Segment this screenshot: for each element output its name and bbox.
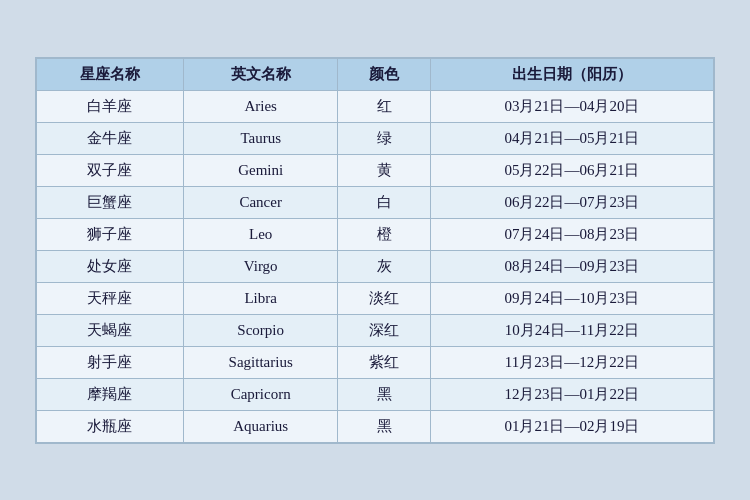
- cell-9-0: 摩羯座: [37, 378, 184, 410]
- cell-2-0: 双子座: [37, 154, 184, 186]
- table-row: 水瓶座Aquarius黑01月21日—02月19日: [37, 410, 714, 442]
- zodiac-table: 星座名称英文名称颜色出生日期（阳历） 白羊座Aries红03月21日—04月20…: [36, 58, 714, 443]
- cell-1-0: 金牛座: [37, 122, 184, 154]
- header-col-3: 出生日期（阳历）: [430, 58, 713, 90]
- cell-0-0: 白羊座: [37, 90, 184, 122]
- cell-1-2: 绿: [338, 122, 431, 154]
- header-col-0: 星座名称: [37, 58, 184, 90]
- table-row: 射手座Sagittarius紫红11月23日—12月22日: [37, 346, 714, 378]
- cell-2-2: 黄: [338, 154, 431, 186]
- cell-8-1: Sagittarius: [183, 346, 338, 378]
- cell-5-3: 08月24日—09月23日: [430, 250, 713, 282]
- zodiac-table-container: 星座名称英文名称颜色出生日期（阳历） 白羊座Aries红03月21日—04月20…: [35, 57, 715, 444]
- cell-4-3: 07月24日—08月23日: [430, 218, 713, 250]
- cell-5-1: Virgo: [183, 250, 338, 282]
- cell-9-3: 12月23日—01月22日: [430, 378, 713, 410]
- cell-4-2: 橙: [338, 218, 431, 250]
- cell-3-3: 06月22日—07月23日: [430, 186, 713, 218]
- cell-5-0: 处女座: [37, 250, 184, 282]
- cell-1-1: Taurus: [183, 122, 338, 154]
- cell-3-1: Cancer: [183, 186, 338, 218]
- table-row: 金牛座Taurus绿04月21日—05月21日: [37, 122, 714, 154]
- cell-0-1: Aries: [183, 90, 338, 122]
- cell-8-3: 11月23日—12月22日: [430, 346, 713, 378]
- cell-7-1: Scorpio: [183, 314, 338, 346]
- cell-9-1: Capricorn: [183, 378, 338, 410]
- cell-6-0: 天秤座: [37, 282, 184, 314]
- cell-6-3: 09月24日—10月23日: [430, 282, 713, 314]
- header-col-1: 英文名称: [183, 58, 338, 90]
- cell-3-2: 白: [338, 186, 431, 218]
- cell-10-1: Aquarius: [183, 410, 338, 442]
- table-row: 双子座Gemini黄05月22日—06月21日: [37, 154, 714, 186]
- table-row: 狮子座Leo橙07月24日—08月23日: [37, 218, 714, 250]
- table-row: 巨蟹座Cancer白06月22日—07月23日: [37, 186, 714, 218]
- table-row: 摩羯座Capricorn黑12月23日—01月22日: [37, 378, 714, 410]
- cell-2-3: 05月22日—06月21日: [430, 154, 713, 186]
- cell-1-3: 04月21日—05月21日: [430, 122, 713, 154]
- cell-4-1: Leo: [183, 218, 338, 250]
- cell-0-3: 03月21日—04月20日: [430, 90, 713, 122]
- cell-7-0: 天蝎座: [37, 314, 184, 346]
- cell-6-2: 淡红: [338, 282, 431, 314]
- cell-10-0: 水瓶座: [37, 410, 184, 442]
- cell-4-0: 狮子座: [37, 218, 184, 250]
- cell-3-0: 巨蟹座: [37, 186, 184, 218]
- table-row: 处女座Virgo灰08月24日—09月23日: [37, 250, 714, 282]
- cell-9-2: 黑: [338, 378, 431, 410]
- cell-0-2: 红: [338, 90, 431, 122]
- table-row: 天蝎座Scorpio深红10月24日—11月22日: [37, 314, 714, 346]
- cell-7-3: 10月24日—11月22日: [430, 314, 713, 346]
- cell-7-2: 深红: [338, 314, 431, 346]
- table-header-row: 星座名称英文名称颜色出生日期（阳历）: [37, 58, 714, 90]
- cell-10-2: 黑: [338, 410, 431, 442]
- table-body: 白羊座Aries红03月21日—04月20日金牛座Taurus绿04月21日—0…: [37, 90, 714, 442]
- cell-2-1: Gemini: [183, 154, 338, 186]
- cell-5-2: 灰: [338, 250, 431, 282]
- table-row: 天秤座Libra淡红09月24日—10月23日: [37, 282, 714, 314]
- header-col-2: 颜色: [338, 58, 431, 90]
- cell-8-2: 紫红: [338, 346, 431, 378]
- cell-10-3: 01月21日—02月19日: [430, 410, 713, 442]
- table-row: 白羊座Aries红03月21日—04月20日: [37, 90, 714, 122]
- cell-6-1: Libra: [183, 282, 338, 314]
- cell-8-0: 射手座: [37, 346, 184, 378]
